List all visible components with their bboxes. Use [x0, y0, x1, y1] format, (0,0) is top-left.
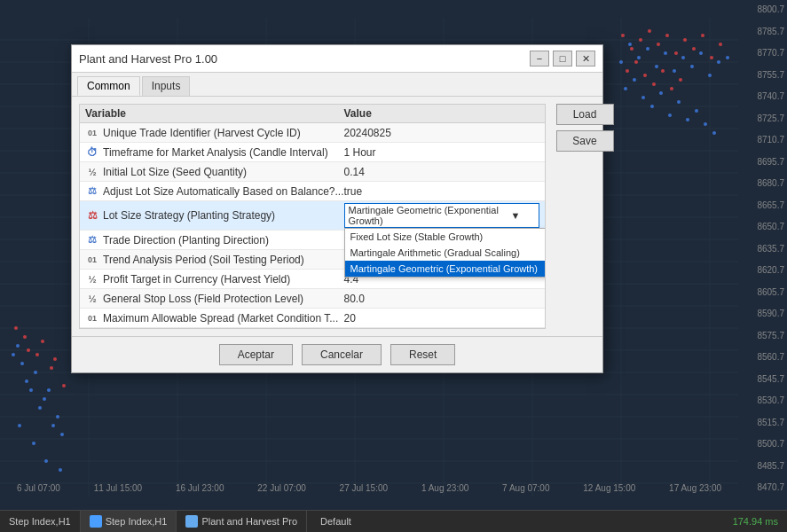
tab-inputs[interactable]: Inputs — [142, 76, 191, 96]
table-row-dropdown: ⚖ Lot Size Strategy (Planting Strategy) … — [80, 201, 545, 231]
chart-icon — [90, 515, 102, 528]
table-row: ½ General Stop Loss (Field Protection Le… — [80, 289, 545, 309]
load-button[interactable]: Load — [556, 104, 614, 125]
dialog-title: Plant and Harvest Pro 1.00 — [79, 52, 217, 66]
reset-button[interactable]: Reset — [390, 344, 455, 365]
taskbar-item-label: Plant and Harvest Pro — [201, 516, 297, 527]
row-variable: Lot Size Strategy (Planting Strategy) — [103, 209, 344, 222]
row-value: 20 — [344, 312, 539, 325]
dropdown-container: Martingale Geometric (Exponential Growth… — [344, 203, 539, 228]
tab-common[interactable]: Common — [77, 76, 140, 96]
dropdown-header[interactable]: Martingale Geometric (Exponential Growth… — [344, 203, 539, 228]
dialog-controls: − □ ✕ — [530, 51, 595, 66]
row-value: 1 Hour — [344, 146, 539, 159]
row-value-dropdown: Martingale Geometric (Exponential Growth… — [344, 203, 539, 228]
row-value: 80.0 — [344, 293, 539, 305]
table-row: ½ Initial Lot Size (Seed Quantity) 0.14 — [80, 162, 545, 182]
save-button[interactable]: Save — [556, 130, 614, 152]
taskbar-item-stepindex-h1[interactable]: Step Index,H1 — [0, 511, 81, 532]
row-icon-arrow: ⚖ — [85, 208, 99, 223]
taskbar: Step Index,H1 Step Index,H1 Plant and Ha… — [0, 510, 787, 532]
taskbar-default-label: Default — [307, 516, 365, 527]
header-variable: Variable — [85, 107, 344, 120]
row-icon-clock: ⏱ — [85, 145, 99, 160]
aceptar-button[interactable]: Aceptar — [219, 344, 293, 365]
table-row: ⚖ Adjust Lot Size Automatically Based on… — [80, 182, 545, 201]
row-icon-adjust: ⚖ — [85, 233, 99, 247]
minimize-button[interactable]: − — [530, 51, 549, 66]
dropdown-options-list: Fixed Lot Size (Stable Growth) Martingal… — [344, 228, 546, 278]
taskbar-item-plant-harvest[interactable]: Plant and Harvest Pro — [177, 511, 307, 532]
row-icon-01: 01 — [85, 311, 99, 325]
row-icon-adjust: ⚖ — [85, 184, 99, 199]
taskbar-right-label: 174.94 ms — [724, 516, 787, 527]
row-variable: General Stop Loss (Field Protection Leve… — [103, 293, 344, 305]
app-icon — [185, 515, 198, 528]
row-variable: Profit Target in Currency (Harvest Yield… — [103, 273, 344, 286]
table-row: ⏱ Timeframe for Market Analysis (Candle … — [80, 143, 545, 162]
row-variable: Adjust Lot Size Automatically Based on B… — [103, 185, 344, 198]
row-variable: Unique Trade Identifier (Harvest Cycle I… — [103, 127, 344, 139]
table-area: Variable Value 01 Unique Trade Identifie… — [72, 97, 553, 336]
content-area: Variable Value 01 Unique Trade Identifie… — [72, 97, 602, 336]
dialog-overlay: Plant and Harvest Pro 1.00 − □ ✕ Common … — [0, 0, 787, 532]
dialog-footer: Aceptar Cancelar Reset — [72, 336, 602, 372]
taskbar-item-label: Step Index,H1 — [9, 516, 71, 527]
dropdown-option-geometric[interactable]: Martingale Geometric (Exponential Growth… — [345, 261, 546, 277]
row-value: 20240825 — [344, 127, 539, 139]
row-icon-01: 01 — [85, 126, 99, 140]
cancelar-button[interactable]: Cancelar — [302, 344, 382, 365]
dropdown-arrow-icon: ▼ — [511, 210, 521, 221]
table-row: 01 Unique Trade Identifier (Harvest Cycl… — [80, 123, 545, 143]
dropdown-option-fixed[interactable]: Fixed Lot Size (Stable Growth) — [345, 229, 546, 245]
row-icon-half: ½ — [85, 165, 99, 179]
dialog-window: Plant and Harvest Pro 1.00 − □ ✕ Common … — [71, 44, 603, 373]
dropdown-current-value: Martingale Geometric (Exponential Growth… — [349, 205, 511, 226]
row-variable: Timeframe for Market Analysis (Candle In… — [103, 146, 344, 159]
side-buttons-area: Load Save — [553, 97, 619, 336]
row-icon-01: 01 — [85, 253, 99, 267]
taskbar-item-stepindex-h1-active[interactable]: Step Index,H1 — [81, 511, 177, 532]
dropdown-option-arithmetic[interactable]: Martingale Arithmetic (Gradual Scaling) — [345, 245, 546, 261]
taskbar-item-label: Step Index,H1 — [106, 516, 168, 527]
header-value: Value — [344, 107, 539, 120]
table-row: 01 Maximum Allowable Spread (Market Cond… — [80, 309, 545, 328]
row-variable: Maximum Allowable Spread (Market Conditi… — [103, 312, 344, 325]
row-variable: Initial Lot Size (Seed Quantity) — [103, 166, 344, 178]
row-value: true — [344, 185, 539, 198]
parameters-table: Variable Value 01 Unique Trade Identifie… — [79, 104, 546, 329]
dialog-titlebar: Plant and Harvest Pro 1.00 − □ ✕ — [72, 45, 602, 73]
row-variable: Trend Analysis Period (Soil Testing Peri… — [103, 254, 344, 266]
table-header: Variable Value — [80, 105, 545, 123]
maximize-button[interactable]: □ — [553, 51, 572, 66]
row-icon-half: ½ — [85, 272, 99, 286]
row-icon-half: ½ — [85, 292, 99, 306]
row-variable: Trade Direction (Planting Direction) — [103, 234, 344, 246]
tab-bar: Common Inputs — [72, 73, 602, 97]
row-value: 0.14 — [344, 166, 539, 178]
close-button[interactable]: ✕ — [576, 51, 595, 66]
